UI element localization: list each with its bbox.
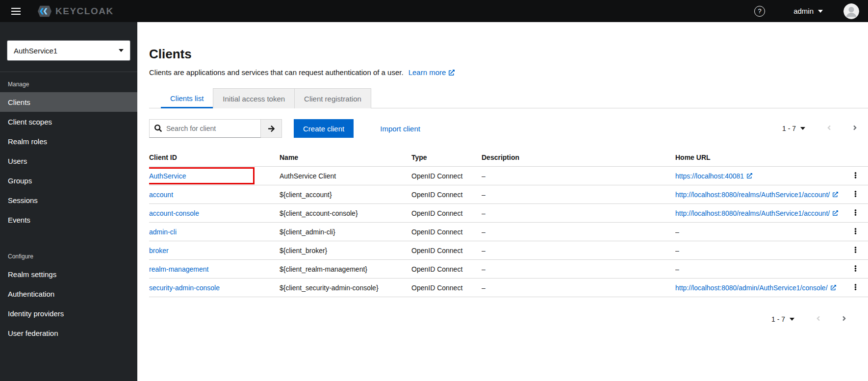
user-menu-dropdown[interactable]: admin — [793, 7, 823, 15]
tabs-bar: Clients list Initial access token Client… — [149, 88, 868, 108]
help-icon[interactable]: ? — [754, 6, 765, 17]
keycloak-logo: KEYCLOAK — [37, 4, 114, 19]
pagination-range-dropdown[interactable]: 1 - 7 — [767, 313, 798, 325]
client-id-link[interactable]: account-console — [149, 209, 199, 217]
row-kebab-menu[interactable] — [849, 244, 862, 257]
client-id-link[interactable]: broker — [149, 247, 169, 254]
row-kebab-menu[interactable] — [849, 188, 862, 201]
chevron-right-icon — [842, 315, 846, 322]
sidebar-item-groups[interactable]: Groups — [0, 171, 137, 190]
column-actions — [842, 149, 868, 167]
table-header-row: Client ID Name Type Description Home URL — [149, 149, 868, 167]
realm-selector[interactable]: AuthService1 — [7, 40, 130, 61]
client-id-link[interactable]: AuthService — [149, 172, 186, 180]
sidebar-item-clients[interactable]: Clients — [0, 92, 137, 112]
client-name: ${client_security-admin-console} — [280, 279, 411, 297]
keycloak-logo-icon — [37, 4, 52, 19]
table-row: account-console ${client_account-console… — [149, 204, 868, 223]
column-description: Description — [482, 149, 675, 167]
kebab-icon — [854, 283, 857, 291]
kebab-icon — [854, 228, 857, 235]
client-name: ${client_broker} — [280, 241, 411, 260]
table-row: realm-management ${client_realm-manageme… — [149, 260, 868, 279]
nav-section-configure: Configure Realm settings Authentication … — [0, 253, 137, 343]
clients-table: Client ID Name Type Description Home URL… — [149, 149, 868, 297]
client-type: OpenID Connect — [411, 167, 482, 185]
tab-clients-list[interactable]: Clients list — [161, 88, 213, 108]
pagination-top: 1 - 7 — [778, 121, 861, 136]
tab-initial-access-token[interactable]: Initial access token — [213, 88, 295, 108]
avatar[interactable] — [843, 3, 859, 19]
table-row: broker ${client_broker} OpenID Connect –… — [149, 241, 868, 260]
column-name: Name — [280, 149, 411, 167]
pagination-prev-button[interactable] — [812, 312, 824, 327]
client-type: OpenID Connect — [411, 223, 482, 241]
learn-more-link[interactable]: Learn more — [408, 68, 455, 76]
table-row: security-admin-console ${client_security… — [149, 279, 868, 297]
home-url-link[interactable]: http://localhost:8080/admin/AuthService1… — [675, 284, 836, 292]
row-kebab-menu[interactable] — [849, 263, 862, 276]
kebab-icon — [854, 246, 857, 254]
chevron-left-icon — [827, 124, 831, 131]
external-link-icon — [833, 192, 838, 197]
row-kebab-menu[interactable] — [849, 281, 862, 294]
home-url-text: http://localhost:8080/realms/AuthService… — [675, 191, 830, 199]
row-kebab-menu[interactable] — [849, 207, 862, 220]
client-name: ${client_account} — [280, 185, 411, 204]
home-url-empty: – — [675, 241, 842, 260]
chevron-down-icon — [119, 49, 124, 52]
client-description: – — [482, 260, 675, 279]
column-type: Type — [411, 149, 482, 167]
pagination-next-button[interactable] — [838, 312, 850, 327]
import-client-link[interactable]: Import client — [380, 125, 420, 133]
pagination-prev-button[interactable] — [823, 121, 835, 136]
nav-toggle-button[interactable] — [7, 2, 25, 20]
client-description: – — [482, 241, 675, 260]
tab-client-registration[interactable]: Client registration — [295, 88, 371, 108]
search-icon — [154, 125, 162, 132]
client-id-link[interactable]: security-admin-console — [149, 284, 220, 292]
sidebar-item-user-federation[interactable]: User federation — [0, 323, 137, 343]
client-id-link[interactable]: account — [149, 191, 173, 199]
row-kebab-menu[interactable] — [849, 226, 862, 238]
client-description: – — [482, 167, 675, 185]
sidebar-item-client-scopes[interactable]: Client scopes — [0, 112, 137, 131]
create-client-button[interactable]: Create client — [294, 119, 354, 138]
sidebar-item-authentication[interactable]: Authentication — [0, 284, 137, 304]
sidebar-item-users[interactable]: Users — [0, 151, 137, 171]
home-url-link[interactable]: http://localhost:8080/realms/AuthService… — [675, 191, 838, 199]
learn-more-label: Learn more — [408, 68, 446, 76]
sidebar-item-realm-roles[interactable]: Realm roles — [0, 131, 137, 151]
kebab-icon — [854, 190, 857, 198]
hamburger-icon — [11, 11, 21, 12]
home-url-link[interactable]: https://localhost:40081 — [675, 172, 752, 180]
sidebar-item-realm-settings[interactable]: Realm settings — [0, 264, 137, 284]
sidebar-item-identity-providers[interactable]: Identity providers — [0, 304, 137, 323]
search-input[interactable] — [149, 119, 261, 138]
brand-text: KEYCLOAK — [55, 6, 114, 17]
toolbar: Create client Import client 1 - 7 — [149, 119, 868, 138]
client-id-link[interactable]: admin-cli — [149, 228, 177, 236]
realm-name: AuthService1 — [14, 47, 57, 55]
client-description: – — [482, 223, 675, 241]
home-url-link[interactable]: http://localhost:8080/realms/AuthService… — [675, 209, 838, 217]
table-row: admin-cli ${client_admin-cli} OpenID Con… — [149, 223, 868, 241]
arrow-right-icon — [268, 125, 275, 132]
page-title: Clients — [149, 47, 868, 62]
pagination-range-dropdown[interactable]: 1 - 7 — [778, 123, 809, 134]
client-type: OpenID Connect — [411, 204, 482, 223]
client-type: OpenID Connect — [411, 185, 482, 204]
home-url-text: http://localhost:8080/admin/AuthService1… — [675, 284, 828, 292]
sidebar-item-sessions[interactable]: Sessions — [0, 190, 137, 210]
row-kebab-menu[interactable] — [849, 170, 862, 182]
client-name: AuthService Client — [280, 167, 411, 185]
masthead: KEYCLOAK ? admin — [0, 0, 868, 22]
external-link-icon — [747, 173, 752, 178]
pagination-bottom: 1 - 7 — [149, 312, 868, 327]
pagination-next-button[interactable] — [849, 121, 861, 136]
sidebar-item-events[interactable]: Events — [0, 210, 137, 229]
search-submit-button[interactable] — [261, 119, 282, 138]
column-client-id: Client ID — [149, 149, 280, 167]
client-id-link[interactable]: realm-management — [149, 265, 208, 273]
main-content: Clients Clients are applications and ser… — [137, 22, 868, 381]
